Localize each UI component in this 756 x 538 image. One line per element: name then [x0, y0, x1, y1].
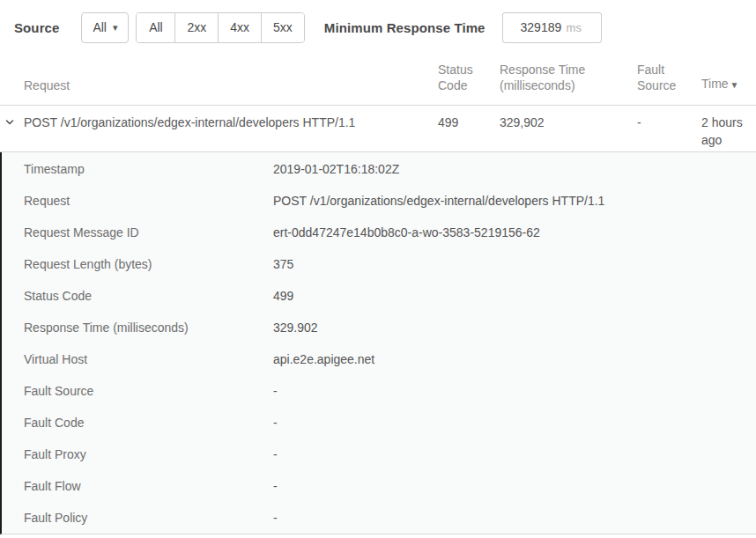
status-filter-group: All2xx4xx5xx [136, 12, 304, 43]
detail-row: Response Time (milliseconds)329.902 [2, 312, 756, 343]
status-filter-2[interactable]: 4xx [219, 13, 262, 42]
ms-unit-label: ms [567, 21, 582, 34]
fault-source-cell: - [637, 106, 701, 151]
detail-row: Status Code499 [2, 280, 756, 312]
detail-row: Fault Source- [2, 375, 756, 407]
detail-label: Request Message ID [24, 225, 273, 240]
detail-value: - [273, 511, 756, 525]
detail-value: 499 [273, 289, 756, 303]
request-text: POST /v1/organizations/edgex-internal/de… [24, 115, 355, 129]
detail-label: Status Code [24, 289, 273, 303]
detail-row: Fault Flow- [2, 470, 756, 502]
detail-value: 2019-01-02T16:18:02Z [273, 162, 756, 176]
status-filter-1[interactable]: 2xx [175, 13, 219, 42]
chevron-down-icon: ▾ [113, 23, 118, 33]
detail-row: Request Message IDert-0dd47247e14b0b8c0-… [2, 217, 756, 248]
detail-label: Response Time (milliseconds) [24, 321, 273, 335]
detail-value: - [273, 479, 756, 493]
detail-row: Virtual Hostapi.e2e.apigee.net [2, 343, 756, 375]
detail-value: - [273, 416, 756, 430]
detail-label: Virtual Host [24, 352, 273, 366]
detail-label: Fault Proxy [24, 447, 273, 461]
detail-value: - [273, 447, 756, 461]
time-cell: 2 hours ago [701, 106, 756, 151]
min-response-time-label: Minimum Response Time [324, 20, 485, 35]
min-response-time-field: ms [502, 12, 602, 43]
detail-value: 329.902 [273, 321, 756, 335]
detail-row: Fault Policy- [2, 502, 756, 534]
status-filter-0[interactable]: All [137, 13, 175, 42]
time-header-label: Time [701, 77, 729, 91]
api-monitoring-page: Source All ▾ All2xx4xx5xx Minimum Respon… [0, 0, 756, 534]
source-label: Source [14, 20, 59, 35]
column-header-status-code[interactable]: Status Code [438, 62, 500, 105]
sort-desc-icon: ▼ [730, 80, 739, 90]
table-row[interactable]: POST /v1/organizations/edgex-internal/de… [0, 106, 756, 152]
detail-label: Fault Source [24, 384, 273, 398]
table-header: Request Status Code Response Time (milli… [0, 55, 756, 106]
detail-label: Request Length (bytes) [24, 257, 273, 271]
status-filter-3[interactable]: 5xx [262, 13, 304, 42]
detail-value: POST /v1/organizations/edgex-internal/de… [273, 194, 756, 208]
detail-row: Request Length (bytes)375 [2, 248, 756, 280]
column-header-fault-source[interactable]: Fault Source [637, 62, 701, 105]
column-header-time[interactable]: Time▼ [701, 76, 756, 105]
detail-value: 375 [273, 257, 756, 271]
detail-row: Fault Proxy- [2, 439, 756, 470]
detail-value: - [273, 384, 756, 398]
chevron-expand-icon[interactable] [3, 115, 17, 129]
filter-bar: Source All ▾ All2xx4xx5xx Minimum Respon… [0, 0, 756, 55]
response-time-cell: 329,902 [500, 106, 637, 151]
detail-row: Fault Code- [2, 407, 756, 439]
request-detail-panel: Timestamp2019-01-02T16:18:02ZRequestPOST… [0, 152, 756, 534]
request-cell: POST /v1/organizations/edgex-internal/de… [0, 106, 438, 151]
min-response-time-input[interactable] [503, 14, 567, 41]
column-header-request[interactable]: Request [0, 77, 438, 105]
detail-label: Fault Flow [24, 479, 273, 493]
detail-row: RequestPOST /v1/organizations/edgex-inte… [2, 185, 756, 217]
source-dropdown-value: All [93, 20, 107, 34]
column-header-response-time[interactable]: Response Time (milliseconds) [500, 62, 637, 105]
status-code-cell: 499 [438, 106, 500, 151]
detail-label: Fault Policy [24, 511, 273, 525]
detail-label: Fault Code [24, 416, 273, 430]
detail-label: Timestamp [24, 162, 273, 176]
detail-value: api.e2e.apigee.net [273, 352, 756, 366]
detail-value: ert-0dd47247e14b0b8c0-a-wo-3583-5219156-… [273, 225, 756, 240]
detail-label: Request [24, 194, 273, 208]
source-dropdown[interactable]: All ▾ [81, 12, 129, 43]
detail-row: Timestamp2019-01-02T16:18:02Z [2, 153, 756, 185]
